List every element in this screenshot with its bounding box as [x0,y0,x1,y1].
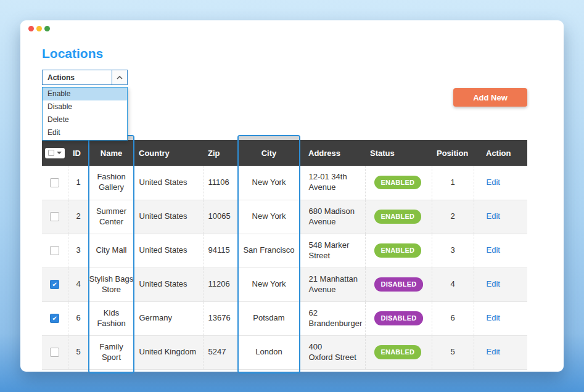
cell-address: 680 Madison Avenue [300,200,365,234]
cell-address: 62 Brandenburger [300,301,365,335]
checkbox-icon [48,150,54,156]
header-action[interactable]: Action [474,140,527,166]
edit-link[interactable]: Edit [487,245,500,255]
row-checkbox[interactable] [50,212,59,221]
status-badge: ENABLED [374,176,422,189]
cell-action: Edit [474,234,527,267]
table-row: 2 Summer Center United States 10065 New … [42,200,527,234]
cell-city: London [238,335,300,369]
cell-checkbox [42,200,68,234]
cell-position: 1 [432,166,474,200]
cell-status: DISABLED [365,267,432,301]
table-row: 1 Fashion Gallery United States 11106 Ne… [42,166,527,200]
cell-zip: 13676 [203,301,238,335]
cell-id: 4 [68,267,89,301]
cell-id: 3 [68,234,89,267]
actions-dropdown[interactable]: Actions [42,70,128,85]
cell-action: Edit [474,301,527,335]
cell-country: United States [134,267,203,301]
chevron-up-icon[interactable] [112,70,127,84]
row-checkbox[interactable] [50,246,59,255]
status-badge: DISABLED [374,311,424,325]
cell-zip: 11106 [203,166,238,200]
cell-id: 6 [68,301,89,335]
row-checkbox[interactable] [50,314,59,323]
cell-checkbox [42,267,68,301]
cell-name: Kids Fashion [89,301,134,335]
cell-status: ENABLED [365,234,432,267]
cell-address: 12-01 34th Avenue [300,166,365,200]
cell-action: Edit [474,166,527,200]
cell-action: Edit [474,200,527,234]
cell-status: ENABLED [365,166,432,200]
cell-zip: 94115 [203,234,238,267]
cell-address: 21 Manhattan Avenue [300,267,365,301]
cell-status: ENABLED [365,200,432,234]
edit-link[interactable]: Edit [487,313,500,322]
header-zip[interactable]: Zip [203,140,238,166]
cell-country: Germany [134,301,203,335]
menu-item-disable[interactable]: Disable [43,100,127,113]
select-all-checkbox[interactable] [45,148,65,158]
header-country[interactable]: Country [134,140,203,166]
edit-link[interactable]: Edit [487,279,500,288]
table-header-row: ID Name Country Zip City Address Status … [42,140,527,166]
cell-name: Family Sport [89,335,134,369]
cell-name: Stylish Bags Store [89,267,134,301]
cell-status: ENABLED [365,335,432,369]
cell-checkbox [42,234,68,267]
header-address[interactable]: Address [300,140,365,166]
header-position[interactable]: Position [432,140,474,166]
table-row: 6 Kids Fashion Germany 13676 Potsdam 62 … [42,301,527,335]
row-checkbox[interactable] [50,348,59,357]
cell-position: 4 [432,267,474,301]
cell-position: 2 [432,200,474,234]
cell-zip: 5247 [203,335,238,369]
header-status[interactable]: Status [365,140,432,166]
menu-item-delete[interactable]: Delete [43,113,127,126]
cell-checkbox [42,301,68,335]
header-select-all[interactable] [42,140,68,166]
cell-position: 5 [432,335,474,369]
cell-city: Potsdam [238,301,300,335]
actions-menu: Enable Disable Delete Edit [42,87,128,141]
menu-item-edit[interactable]: Edit [43,126,127,139]
cell-city: San Francisco [238,234,300,267]
edit-link[interactable]: Edit [487,211,500,221]
cell-id: 5 [68,335,89,369]
cell-city: New York [238,267,300,301]
close-window-icon[interactable] [28,26,34,31]
cell-country: United States [134,200,203,234]
header-city[interactable]: City [238,140,300,166]
locations-table: ID Name Country Zip City Address Status … [42,140,527,370]
row-checkbox[interactable] [50,280,59,289]
page-title: Locations [42,46,103,61]
app-window: Locations Actions Enable Disable Delete … [20,20,564,372]
cell-city: New York [238,200,300,234]
maximize-window-icon[interactable] [44,26,50,31]
cell-action: Edit [474,335,527,369]
cell-zip: 10065 [203,200,238,234]
header-id[interactable]: ID [68,140,89,166]
minimize-window-icon[interactable] [36,26,42,31]
cell-id: 1 [68,166,89,200]
status-badge: DISABLED [374,277,424,291]
header-name[interactable]: Name [89,140,134,166]
edit-link[interactable]: Edit [487,178,500,187]
cell-city: New York [238,166,300,200]
menu-item-enable[interactable]: Enable [43,88,127,100]
cell-address: 400 Oxford Street [300,335,365,369]
row-checkbox[interactable] [50,178,59,187]
cell-position: 6 [432,301,474,335]
cell-country: United Kingdom [134,335,203,369]
table-row: 4 Stylish Bags Store United States 11206… [42,267,527,301]
cell-zip: 11206 [203,267,238,301]
cell-action: Edit [474,267,527,301]
cell-position: 3 [432,234,474,267]
edit-link[interactable]: Edit [487,347,500,356]
caret-down-icon [57,152,62,154]
table-body: 1 Fashion Gallery United States 11106 Ne… [42,166,527,369]
add-new-button[interactable]: Add New [453,88,527,107]
actions-dropdown-label: Actions [43,73,112,82]
cell-name: City Mall [89,234,134,267]
